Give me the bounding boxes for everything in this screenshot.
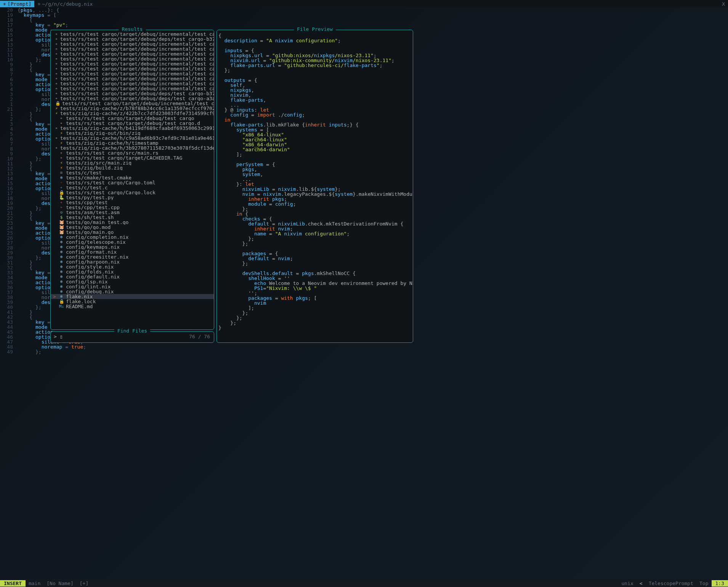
rs-icon: ∘ (55, 37, 58, 42)
result-item[interactable]: $tests/sh/test.sh (51, 215, 214, 220)
result-item[interactable]: ∘tests/rs/test_cargo/target/debug/increm… (51, 32, 214, 37)
result-item[interactable]: ∘tests/rs/test_cargo/target/debug/test_c… (51, 121, 214, 126)
find-files-input[interactable]: > ▯ (54, 334, 63, 339)
result-item[interactable]: ⚡tests/zig/zig-cache/z/b78f88b24cc6c1a13… (51, 106, 214, 111)
result-item[interactable]: ∘tests/cpp/test.cpp (51, 205, 214, 210)
line-number: 5 (0, 131, 16, 136)
result-item[interactable]: ∘tests/cpp/test (51, 200, 214, 205)
result-path: config/debug.nix (66, 289, 114, 294)
line-number: 8 (0, 67, 16, 72)
result-item[interactable]: ❄config/debug.nix (51, 289, 214, 294)
c-icon: ∘ (59, 185, 64, 190)
result-item[interactable]: ∘tests/rs/test_cargo/target/debug/increm… (51, 61, 214, 66)
result-item[interactable]: ∘tests/zig/zig-cache/h/c9a58ad6b93c7efd9… (51, 136, 214, 141)
result-item[interactable]: ⚡tests/zig/zig-cache/h/timestamp (51, 141, 214, 146)
result-item[interactable]: ∘tests/rs/test_cargo/Cargo.toml (51, 180, 214, 185)
line-number: 4 (0, 87, 16, 92)
rs-icon: ∘ (55, 56, 58, 61)
result-item[interactable]: ❄config/lsp.nix (51, 279, 214, 284)
result-item[interactable]: 🐍tests/py/test.py (51, 195, 214, 200)
result-path: tests/rs/test_cargo/target/debug/increme… (60, 42, 214, 46)
zig-icon: ⚡ (59, 141, 64, 146)
line-number: 21 (0, 107, 16, 112)
result-path: config/style.nix (66, 264, 114, 269)
rs-icon: ∘ (55, 32, 58, 37)
line-number: 2 (0, 117, 16, 122)
sh-icon: $ (59, 215, 64, 220)
result-item[interactable]: ≡tests/c/test (51, 170, 214, 175)
result-item[interactable]: ∘tests/rs/test_cargo/target/debug/increm… (51, 86, 214, 91)
result-item[interactable]: ∘tests/rs/test_cargo/target/debug/deps/t… (51, 37, 214, 42)
preview-line: description = "A nixvim configuration"; (218, 38, 411, 43)
results-list[interactable]: ∘tests/rs/test_cargo/target/debug/increm… (51, 30, 214, 329)
result-item[interactable]: ❄config/harpoon.nix (51, 259, 214, 264)
result-item[interactable]: >❄flake.nix (51, 294, 214, 299)
result-path: tests/go/main_test.go (66, 220, 128, 225)
result-item[interactable]: ⚡tests/zig/zig-cache/z/422b7cc7dfd23003f… (51, 111, 214, 116)
close-icon[interactable]: X (722, 2, 725, 6)
result-item[interactable]: ∘tests/rs/test_cargo/target/debug/deps/t… (51, 96, 214, 101)
result-path: config/lint.nix (66, 284, 111, 289)
rs-icon: ∘ (59, 121, 64, 126)
result-item[interactable]: ❄config/treesitter.nix (51, 254, 214, 259)
result-item[interactable]: ⚡tests/zig/src/main.zig (51, 160, 214, 165)
result-item[interactable]: ∘tests/rs/test_cargo/target/debug/increm… (51, 42, 214, 46)
result-item[interactable]: ❄config/lint.nix (51, 284, 214, 289)
result-item[interactable]: ❄config/completion.nix (51, 235, 214, 240)
result-item[interactable]: 🐹tests/go/go.mod (51, 225, 214, 230)
tab-add-icon: + (37, 2, 40, 6)
result-item[interactable]: ∘tests/rs/test_cargo/target/debug/test_c… (51, 116, 214, 121)
nix-icon: ❄ (59, 279, 64, 284)
result-item[interactable]: ∘tests/c/test.c (51, 185, 214, 190)
result-item[interactable]: ❄config/style.nix (51, 264, 214, 269)
nix-icon: ❄ (59, 289, 64, 294)
zig-icon: ⚡ (59, 165, 64, 170)
result-item[interactable]: ❄config/default.nix (51, 274, 214, 279)
result-item[interactable]: ∘tests/rs/test_cargo/target/debug/deps/t… (51, 91, 214, 96)
result-item[interactable]: ∘tests/rs/test_cargo/target/debug/increm… (51, 81, 214, 86)
result-item[interactable]: ⚙tests/asm/test.asm (51, 210, 214, 215)
result-item[interactable]: ❄config/keymaps.nix (51, 245, 214, 250)
rs-icon: ∘ (55, 86, 58, 91)
rs-icon: ∘ (55, 76, 58, 81)
result-item[interactable]: ∘tests/rs/test_cargo/target/debug/increm… (51, 46, 214, 51)
line-number: 10 (0, 57, 16, 62)
result-item[interactable]: ∘tests/zig/zig-cache/h/b4119df689cfaabdf… (51, 126, 214, 131)
result-item[interactable]: 🐹tests/go/main.go (51, 230, 214, 235)
tab-add-icon: + (3, 2, 6, 6)
lock-icon: 🔒 (59, 299, 64, 304)
line-number: 6 (0, 136, 16, 141)
result-path: tests/rs/test_cargo/target/debug/increme… (60, 61, 214, 66)
result-item[interactable]: ❄config/format.nix (51, 250, 214, 254)
result-item[interactable]: ❄config/folds.nix (51, 269, 214, 274)
result-item[interactable]: ❄tests/cmake/test.cmake (51, 175, 214, 180)
result-item[interactable]: M↓README.md (51, 304, 214, 309)
result-item[interactable]: ∘tests/rs/test_cargo/src/main.rs (51, 150, 214, 155)
result-item[interactable]: ∘tests/rs/test_cargo/target/CACHEDIR.TAG (51, 155, 214, 160)
tab-prompt[interactable]: + [Prompt] (0, 1, 34, 7)
result-path: config/folds.nix (66, 269, 114, 274)
file-preview-content[interactable]: { description = "A nixvim configuration"… (217, 30, 413, 342)
result-item[interactable]: 🔒tests/rs/test_cargo/Cargo.lock (51, 190, 214, 195)
result-item[interactable]: ∘tests/rs/test_cargo/target/debug/increm… (51, 51, 214, 56)
result-item[interactable]: ∘tests/rs/test_cargo/target/debug/increm… (51, 76, 214, 81)
result-item[interactable]: ∘tests/rs/test_cargo/target/debug/increm… (51, 71, 214, 76)
result-path: config/harpoon.nix (66, 259, 120, 264)
result-item[interactable]: 🐹tests/go/main_test.go (51, 220, 214, 225)
result-item[interactable]: ⚡tests/zig/build.zig (51, 165, 214, 170)
nix-icon: ❄ (59, 235, 64, 240)
statusline: INSERT main [No Name] [+] unix < Telesco… (0, 579, 728, 587)
result-item[interactable]: ∘tests/zig/zig-cache/h/3b92780711582703e… (51, 146, 214, 150)
result-item[interactable]: ∘tests/rs/test_cargo/target/debug/increm… (51, 56, 214, 61)
tab-debug-nix[interactable]: + ~/g/n/c/debug.nix (34, 1, 96, 7)
result-path: tests/zig/zig-cache/z/422b7cc7dfd23003fd… (60, 111, 214, 116)
result-path: tests/zig/build.zig (66, 165, 123, 170)
result-item[interactable]: 🔒tests/rs/test_cargo/target/debug/increm… (51, 101, 214, 106)
result-item[interactable]: ❄config/telescope.nix (51, 240, 214, 245)
result-item[interactable]: ∘tests/rs/test_cargo/target/debug/increm… (51, 66, 214, 71)
line-number: 3 (0, 122, 16, 126)
mode-indicator: INSERT (0, 580, 26, 587)
result-item[interactable]: 🔒flake.lock (51, 299, 214, 304)
preview-line: "aarch64-darwin" (218, 147, 411, 152)
result-item[interactable]: ⚡tests/zig/zig-out/bin/zig (51, 131, 214, 136)
